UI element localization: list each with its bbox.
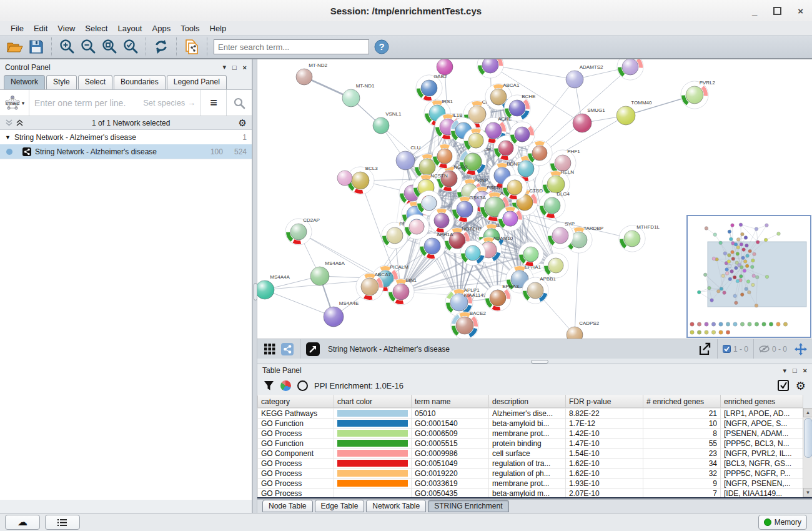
panel-splitter[interactable] [252, 59, 257, 513]
maximize-button[interactable] [773, 7, 781, 15]
table-row[interactable]: GO ProcessGO:0051049regulation of tra...… [258, 459, 803, 469]
network-node-cadps2[interactable]: CADPS2 [567, 320, 600, 339]
cell[interactable]: GO:0051049 [412, 459, 489, 469]
network-edge[interactable] [575, 240, 579, 335]
cell[interactable]: membrane prot... [489, 479, 566, 489]
table-settings-gear-icon[interactable]: ⚙ [796, 379, 806, 393]
table-row[interactable]: GO ProcessGO:0006509membrane prot...1.42… [258, 429, 803, 439]
network-node-gab2[interactable]: GAB2 [416, 74, 447, 101]
menu-item-file[interactable]: File [6, 22, 28, 34]
close-button[interactable]: × [798, 6, 803, 16]
cell[interactable]: KEGG Pathways [258, 409, 334, 419]
copy-network-icon[interactable] [183, 38, 201, 56]
network-node-cd2ap[interactable]: CD2AP [285, 217, 320, 245]
network-node-tomm40[interactable]: TOMM40 [616, 100, 652, 125]
cell[interactable]: 1.42E-10 [566, 429, 643, 439]
cell[interactable]: 34 [643, 459, 721, 469]
ring-chart-icon[interactable] [297, 380, 308, 391]
network-node[interactable] [404, 214, 429, 239]
cell[interactable]: 1.7E-12 [566, 419, 643, 429]
table-row[interactable]: GO FunctionGO:0005515protein binding1.47… [258, 439, 803, 449]
cell[interactable]: GO Process [258, 469, 334, 479]
cell[interactable]: GO Function [258, 439, 334, 449]
table-row[interactable]: GO FunctionGO:0001540beta-amyloid bi...1… [258, 419, 803, 429]
table-row[interactable]: GO ComponentGO:0009986cell surface1.54E-… [258, 449, 803, 459]
cell[interactable]: 9 [643, 479, 721, 489]
column-header-category[interactable]: category [258, 395, 334, 408]
cell[interactable]: GO:0009986 [412, 449, 489, 459]
cell[interactable]: [NGFR, PVRL2, IL... [721, 449, 803, 459]
network-edge[interactable] [490, 65, 575, 79]
network-node[interactable] [498, 206, 523, 231]
collapse-all-icon[interactable] [5, 119, 13, 127]
horizontal-splitter[interactable] [257, 359, 812, 364]
scroll-up-arrow[interactable]: ▲ [803, 408, 812, 417]
network-node-mt-nd1[interactable]: MT-ND1 [342, 83, 375, 107]
grid-view-icon[interactable] [261, 340, 279, 358]
cell[interactable]: 1.62E-10 [566, 459, 643, 469]
panel-menu-icon[interactable]: ▾ [222, 63, 226, 71]
memory-button[interactable]: Memory [758, 515, 807, 530]
cell[interactable]: 32 [643, 469, 721, 479]
tab-boundaries[interactable]: Boundaries [114, 75, 166, 89]
cell[interactable]: 7 [643, 489, 721, 499]
table-row[interactable]: GO ProcessGO:0019220regulation of ph...1… [258, 469, 803, 479]
column-header--enriched-genes[interactable]: # enriched genes [643, 395, 721, 408]
export-network-icon[interactable] [696, 340, 713, 358]
chart-color-cell[interactable] [334, 459, 412, 469]
string-logo-dropdown[interactable]: STRING ▾ [0, 90, 29, 116]
zoom-selected-icon[interactable] [122, 38, 139, 56]
network-collection-row[interactable]: ▼ String Network - Alzheimer's disease 1 [0, 130, 252, 144]
chart-color-cell[interactable] [334, 439, 412, 449]
cell[interactable]: regulation of ph... [489, 469, 566, 479]
cell[interactable]: [IDE, KIAA1149... [721, 489, 803, 499]
network-node[interactable] [510, 122, 535, 147]
tab-network-table[interactable]: Network Table [366, 500, 426, 512]
cell[interactable]: 10 [643, 419, 721, 429]
cell[interactable]: [LRP1, APOE, AD... [721, 409, 803, 419]
menu-item-select[interactable]: Select [81, 22, 112, 34]
cell[interactable]: GO Process [258, 479, 334, 489]
cell[interactable]: 55 [643, 439, 721, 449]
cell[interactable]: 05010 [412, 409, 489, 419]
species-hint[interactable]: Set species → [143, 90, 201, 116]
cell[interactable]: GO:0006509 [412, 429, 489, 439]
column-header-term-name[interactable]: term name [412, 395, 489, 408]
network-node-mt-nd2[interactable]: MT-ND2 [296, 62, 327, 85]
menu-item-edit[interactable]: Edit [29, 22, 52, 34]
birdseye-overview[interactable] [687, 216, 811, 337]
table-panel-close-icon[interactable]: × [803, 367, 807, 374]
network-row[interactable]: String Network - Alzheimer's disease 100… [0, 144, 252, 159]
column-header-chart-color[interactable]: chart color [334, 395, 412, 408]
network-options-gear-icon[interactable]: ⚙ [239, 117, 247, 129]
filter-icon[interactable] [264, 380, 274, 391]
detach-view-icon[interactable] [304, 340, 322, 358]
refresh-icon[interactable] [152, 38, 170, 56]
table-row[interactable]: GO ProcessGO:0050435beta-amyloid m...2.0… [258, 489, 803, 499]
network-node-vsnl1[interactable]: VSNL1 [373, 111, 402, 134]
column-header-description[interactable]: description [489, 395, 566, 408]
network-node[interactable] [527, 141, 552, 166]
pie-chart-icon[interactable] [280, 380, 291, 391]
cell[interactable]: cell surface [489, 449, 566, 459]
network-node-dlg4[interactable]: DLG4 [539, 191, 570, 219]
cell[interactable]: 1.54E-10 [566, 449, 643, 459]
tab-legend-panel[interactable]: Legend Panel [167, 75, 227, 89]
network-node-adamts2[interactable]: ADAMTS2 [566, 64, 603, 88]
cell[interactable]: 8 [643, 429, 721, 439]
chart-color-cell[interactable] [334, 469, 412, 479]
network-node[interactable] [502, 175, 527, 200]
table-panel-float-icon[interactable]: □ [793, 367, 797, 374]
tab-network[interactable]: Network [4, 75, 45, 89]
cell[interactable]: beta-amyloid m... [489, 489, 566, 499]
table-row[interactable]: GO ProcessGO:0033619membrane prot...1.93… [258, 479, 803, 489]
tab-node-table[interactable]: Node Table [262, 500, 313, 512]
network-node[interactable] [460, 241, 485, 266]
scroll-down-arrow[interactable]: ▼ [803, 488, 812, 497]
tab-style[interactable]: Style [46, 75, 77, 89]
search-input[interactable] [214, 39, 369, 54]
cell[interactable]: GO Process [258, 429, 334, 439]
network-node[interactable] [518, 242, 543, 267]
cell[interactable]: [BCL3, NGFR, GS... [721, 459, 803, 469]
string-query-input[interactable] [29, 90, 143, 116]
